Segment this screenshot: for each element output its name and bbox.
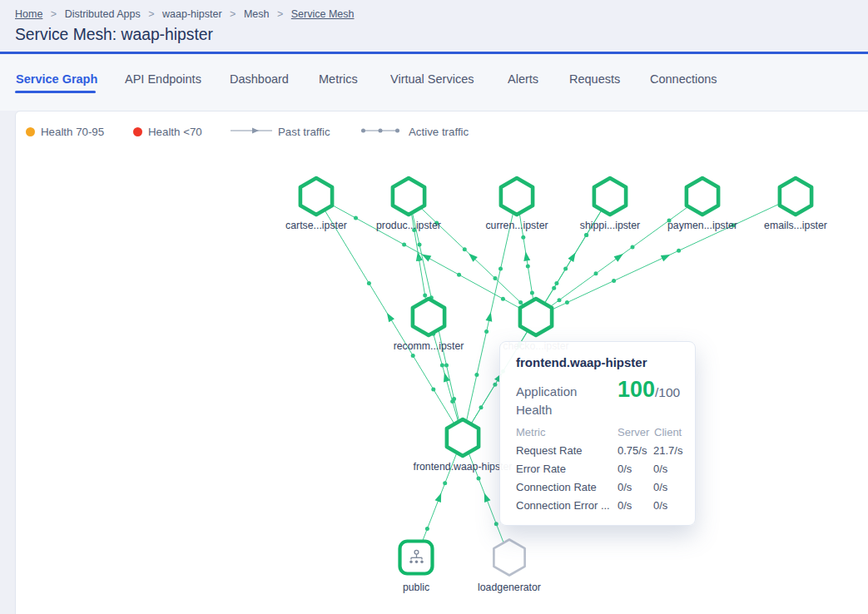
svg-text:shippi...ipster: shippi...ipster: [580, 220, 640, 231]
svg-text:recomm...ipster: recomm...ipster: [394, 340, 464, 352]
svg-text:curren...ipster: curren...ipster: [485, 220, 548, 231]
svg-text:public: public: [403, 582, 429, 593]
svg-text:paymen...ipster: paymen...ipster: [667, 220, 737, 231]
svg-text:loadgenerator: loadgenerator: [478, 582, 541, 593]
svg-text:emails...ipster: emails...ipster: [764, 220, 827, 231]
svg-text:produc...ipster: produc...ipster: [376, 220, 441, 231]
svg-text:frontend.waap-hipster: frontend.waap-hipster: [414, 461, 513, 473]
svg-text:cartse...ipster: cartse...ipster: [285, 220, 347, 231]
